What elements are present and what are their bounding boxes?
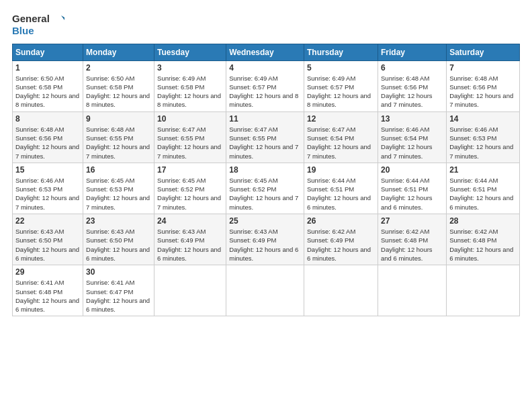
day-cell: 15 Sunrise: 6:46 AM Sunset: 6:53 PM Dayl… [13, 163, 83, 214]
day-cell: 9 Sunrise: 6:48 AM Sunset: 6:55 PM Dayli… [83, 111, 154, 163]
day-cell: 29 Sunrise: 6:41 AM Sunset: 6:48 PM Dayl… [13, 265, 83, 316]
day-cell: 3 Sunrise: 6:49 AM Sunset: 6:58 PM Dayli… [154, 60, 226, 111]
day-cell: 6 Sunrise: 6:48 AM Sunset: 6:56 PM Dayli… [378, 60, 447, 111]
logo-text-general: General [12, 13, 50, 25]
day-info: Sunrise: 6:48 AM Sunset: 6:56 PM Dayligh… [449, 74, 517, 109]
day-number: 10 [157, 114, 223, 124]
day-cell: 18 Sunrise: 6:45 AM Sunset: 6:52 PM Dayl… [226, 163, 304, 214]
week-row-4: 22 Sunrise: 6:43 AM Sunset: 6:50 PM Dayl… [13, 214, 520, 265]
day-cell: 30 Sunrise: 6:41 AM Sunset: 6:47 PM Dayl… [83, 265, 154, 316]
week-row-3: 15 Sunrise: 6:46 AM Sunset: 6:53 PM Dayl… [13, 163, 520, 214]
week-row-1: 1 Sunrise: 6:50 AM Sunset: 6:58 PM Dayli… [13, 60, 520, 111]
day-cell: 27 Sunrise: 6:42 AM Sunset: 6:48 PM Dayl… [378, 214, 447, 265]
day-cell: 17 Sunrise: 6:45 AM Sunset: 6:52 PM Dayl… [154, 163, 226, 214]
day-cell: 2 Sunrise: 6:50 AM Sunset: 6:58 PM Dayli… [83, 60, 154, 111]
day-info: Sunrise: 6:50 AM Sunset: 6:58 PM Dayligh… [86, 74, 151, 109]
week-row-2: 8 Sunrise: 6:48 AM Sunset: 6:56 PM Dayli… [13, 111, 520, 163]
day-info: Sunrise: 6:45 AM Sunset: 6:52 PM Dayligh… [157, 176, 223, 212]
day-cell [447, 265, 520, 316]
day-info: Sunrise: 6:42 AM Sunset: 6:49 PM Dayligh… [307, 227, 375, 263]
day-number: 23 [86, 216, 151, 226]
day-info: Sunrise: 6:43 AM Sunset: 6:50 PM Dayligh… [15, 227, 80, 263]
day-info: Sunrise: 6:48 AM Sunset: 6:56 PM Dayligh… [381, 74, 443, 109]
day-cell: 1 Sunrise: 6:50 AM Sunset: 6:58 PM Dayli… [13, 60, 83, 111]
day-number: 4 [229, 63, 301, 73]
day-info: Sunrise: 6:49 AM Sunset: 6:57 PM Dayligh… [307, 74, 375, 109]
day-cell: 21 Sunrise: 6:44 AM Sunset: 6:51 PM Dayl… [447, 163, 520, 214]
column-header-friday: Friday [378, 44, 447, 60]
day-number: 8 [15, 114, 80, 124]
day-number: 27 [381, 216, 443, 226]
svg-marker-1 [61, 15, 64, 20]
day-cell [304, 265, 378, 316]
day-number: 14 [449, 114, 517, 124]
day-cell: 12 Sunrise: 6:47 AM Sunset: 6:54 PM Dayl… [304, 111, 378, 163]
day-cell: 20 Sunrise: 6:44 AM Sunset: 6:51 PM Dayl… [378, 163, 447, 214]
logo: General Blue [12, 12, 64, 37]
day-number: 2 [86, 63, 151, 73]
day-cell: 22 Sunrise: 6:43 AM Sunset: 6:50 PM Dayl… [13, 214, 83, 265]
day-cell: 25 Sunrise: 6:43 AM Sunset: 6:49 PM Dayl… [226, 214, 304, 265]
day-number: 22 [15, 216, 80, 226]
day-info: Sunrise: 6:44 AM Sunset: 6:51 PM Dayligh… [449, 176, 517, 212]
day-number: 21 [449, 165, 517, 175]
day-cell [154, 265, 226, 316]
day-cell: 10 Sunrise: 6:47 AM Sunset: 6:55 PM Dayl… [154, 111, 226, 163]
day-info: Sunrise: 6:44 AM Sunset: 6:51 PM Dayligh… [307, 176, 375, 212]
day-info: Sunrise: 6:48 AM Sunset: 6:55 PM Dayligh… [86, 125, 151, 161]
day-info: Sunrise: 6:50 AM Sunset: 6:58 PM Dayligh… [15, 74, 80, 109]
column-header-wednesday: Wednesday [226, 44, 304, 60]
day-number: 3 [157, 63, 223, 73]
logo-bird-icon [51, 12, 64, 26]
day-cell: 24 Sunrise: 6:43 AM Sunset: 6:49 PM Dayl… [154, 214, 226, 265]
header: General Blue [12, 12, 520, 37]
page: General Blue SundayMondayTuesdayWednesda… [0, 0, 532, 411]
day-number: 15 [15, 165, 80, 175]
day-number: 13 [381, 114, 443, 124]
day-number: 18 [229, 165, 301, 175]
day-number: 6 [381, 63, 443, 73]
day-cell: 13 Sunrise: 6:46 AM Sunset: 6:54 PM Dayl… [378, 111, 447, 163]
column-header-saturday: Saturday [447, 44, 520, 60]
day-number: 16 [86, 165, 151, 175]
column-header-monday: Monday [83, 44, 154, 60]
day-info: Sunrise: 6:43 AM Sunset: 6:50 PM Dayligh… [86, 227, 151, 263]
day-cell: 16 Sunrise: 6:45 AM Sunset: 6:53 PM Dayl… [83, 163, 154, 214]
day-number: 7 [449, 63, 517, 73]
day-cell [226, 265, 304, 316]
logo-wrapper: General Blue [12, 12, 64, 37]
day-number: 11 [229, 114, 301, 124]
day-cell: 14 Sunrise: 6:46 AM Sunset: 6:53 PM Dayl… [447, 111, 520, 163]
day-number: 25 [229, 216, 301, 226]
day-cell: 23 Sunrise: 6:43 AM Sunset: 6:50 PM Dayl… [83, 214, 154, 265]
day-cell: 19 Sunrise: 6:44 AM Sunset: 6:51 PM Dayl… [304, 163, 378, 214]
day-info: Sunrise: 6:47 AM Sunset: 6:55 PM Dayligh… [229, 125, 301, 161]
day-cell: 8 Sunrise: 6:48 AM Sunset: 6:56 PM Dayli… [13, 111, 83, 163]
day-info: Sunrise: 6:49 AM Sunset: 6:57 PM Dayligh… [229, 74, 301, 109]
day-cell: 26 Sunrise: 6:42 AM Sunset: 6:49 PM Dayl… [304, 214, 378, 265]
day-number: 5 [307, 63, 375, 73]
day-number: 17 [157, 165, 223, 175]
day-info: Sunrise: 6:43 AM Sunset: 6:49 PM Dayligh… [157, 227, 223, 263]
day-info: Sunrise: 6:42 AM Sunset: 6:48 PM Dayligh… [449, 227, 517, 263]
day-number: 24 [157, 216, 223, 226]
day-info: Sunrise: 6:48 AM Sunset: 6:56 PM Dayligh… [15, 125, 80, 161]
day-cell: 11 Sunrise: 6:47 AM Sunset: 6:55 PM Dayl… [226, 111, 304, 163]
day-info: Sunrise: 6:44 AM Sunset: 6:51 PM Dayligh… [381, 176, 443, 212]
day-info: Sunrise: 6:47 AM Sunset: 6:54 PM Dayligh… [307, 125, 375, 161]
day-number: 19 [307, 165, 375, 175]
column-header-tuesday: Tuesday [154, 44, 226, 60]
day-number: 1 [15, 63, 80, 73]
day-info: Sunrise: 6:41 AM Sunset: 6:48 PM Dayligh… [15, 278, 80, 314]
day-number: 12 [307, 114, 375, 124]
day-number: 28 [449, 216, 517, 226]
day-info: Sunrise: 6:49 AM Sunset: 6:58 PM Dayligh… [157, 74, 223, 109]
day-cell: 5 Sunrise: 6:49 AM Sunset: 6:57 PM Dayli… [304, 60, 378, 111]
column-header-sunday: Sunday [13, 44, 83, 60]
calendar-table: SundayMondayTuesdayWednesdayThursdayFrid… [12, 44, 520, 317]
day-info: Sunrise: 6:42 AM Sunset: 6:48 PM Dayligh… [381, 227, 443, 263]
day-cell: 4 Sunrise: 6:49 AM Sunset: 6:57 PM Dayli… [226, 60, 304, 111]
day-number: 20 [381, 165, 443, 175]
day-cell: 7 Sunrise: 6:48 AM Sunset: 6:56 PM Dayli… [447, 60, 520, 111]
day-number: 29 [15, 267, 80, 277]
